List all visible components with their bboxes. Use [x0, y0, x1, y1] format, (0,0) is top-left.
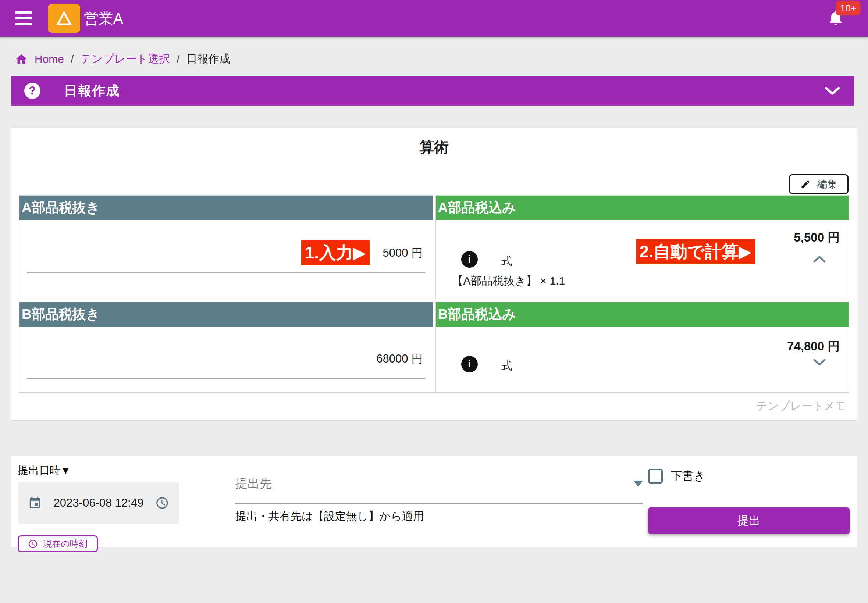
field-b-ex-tax-header: B部品税抜き	[20, 302, 433, 326]
calendar-icon	[28, 495, 42, 512]
page-header: ? 日報作成	[11, 76, 854, 105]
report-card: 算術 編集 A部品税抜き 1.入力▶ 5000 円	[11, 128, 857, 421]
formula-label: 式	[501, 359, 512, 374]
app-title: 営業A	[84, 8, 123, 29]
a-inc-tax-value: 5,500	[794, 230, 824, 244]
b-inc-tax-body: i 式 74,800 円	[436, 326, 849, 392]
formula-text: 【A部品税抜き】 × 1.1	[452, 274, 565, 289]
field-a-ex-tax: A部品税抜き 1.入力▶ 5000 円	[19, 195, 433, 299]
fields-grid: A部品税抜き 1.入力▶ 5000 円 A部品税込み i 式 2.自動で計算▶	[19, 195, 849, 393]
datetime-value: 2023-06-08 12:49	[54, 496, 144, 510]
help-icon[interactable]: ?	[24, 83, 40, 99]
pencil-icon	[800, 179, 811, 189]
breadcrumb-separator: /	[176, 53, 179, 65]
breadcrumb-template-select[interactable]: テンプレート選択	[80, 51, 170, 66]
field-a-inc-tax: A部品税込み i 式 2.自動で計算▶ 5,500 円 【A部品税抜き】 × 1…	[435, 195, 849, 299]
input-underline	[27, 272, 425, 273]
submit-button[interactable]: 提出	[648, 507, 849, 534]
b-ex-tax-input[interactable]: 68000 円	[20, 326, 433, 392]
datetime-column: 提出日時▼ 2023-06-08 12:49 現在の時刻	[18, 462, 186, 547]
submit-section: 提出日時▼ 2023-06-08 12:49 現在の時刻 提出先 提出・共有先は…	[11, 456, 857, 547]
clock-icon	[28, 539, 38, 549]
breadcrumb-current: 日報作成	[186, 51, 230, 66]
dropdown-arrow-icon	[633, 481, 643, 487]
b-inc-tax-unit: 円	[828, 338, 840, 355]
breadcrumb-home[interactable]: Home	[34, 53, 64, 65]
destination-select[interactable]: 提出先	[235, 476, 643, 491]
chevron-down-icon[interactable]	[812, 358, 826, 366]
datetime-label[interactable]: 提出日時▼	[18, 463, 186, 478]
formula-label: 式	[501, 254, 512, 269]
triangle-icon	[56, 11, 72, 26]
select-underline	[235, 503, 643, 504]
field-b-ex-tax: B部品税抜き 68000 円	[19, 302, 433, 392]
annotation-auto-calc: 2.自動で計算▶	[636, 240, 755, 264]
a-ex-tax-input[interactable]: 1.入力▶ 5000 円	[20, 220, 433, 299]
field-b-inc-tax-header: B部品税込み	[436, 302, 849, 326]
destination-column: 提出先 提出・共有先は【設定無し】から適用	[235, 462, 643, 547]
home-icon[interactable]	[15, 53, 28, 66]
field-a-inc-tax-header: A部品税込み	[436, 196, 849, 220]
edit-button[interactable]: 編集	[789, 174, 848, 194]
info-icon[interactable]: i	[461, 356, 478, 373]
field-b-inc-tax: B部品税込み i 式 74,800 円	[435, 302, 849, 392]
a-inc-tax-body: i 式 2.自動で計算▶ 5,500 円 【A部品税抜き】 × 1.1	[436, 220, 849, 299]
b-ex-tax-value[interactable]: 68000	[376, 352, 408, 365]
a-inc-tax-unit: 円	[828, 229, 840, 246]
current-time-button[interactable]: 現在の時刻	[18, 535, 98, 552]
app-logo[interactable]	[48, 4, 80, 33]
breadcrumb-separator: /	[71, 53, 74, 65]
submit-column: 下書き 提出	[648, 462, 849, 547]
breadcrumb: Home / テンプレート選択 / 日報作成	[15, 51, 868, 66]
b-ex-tax-unit: 円	[412, 351, 423, 366]
a-ex-tax-unit: 円	[412, 245, 423, 261]
collapse-chevron-icon[interactable]	[824, 86, 841, 96]
notification-badge: 10+	[836, 1, 861, 15]
menu-icon[interactable]	[15, 11, 32, 25]
info-icon[interactable]: i	[461, 251, 478, 267]
draft-checkbox-row[interactable]: 下書き	[648, 468, 849, 484]
b-inc-tax-value: 74,800	[787, 339, 824, 353]
a-ex-tax-value[interactable]: 5000	[383, 246, 408, 260]
page-title: 日報作成	[64, 82, 120, 100]
report-title: 算術	[19, 138, 849, 156]
template-memo-link[interactable]: テンプレートメモ	[756, 400, 846, 412]
current-time-button-label: 現在の時刻	[43, 538, 88, 550]
datetime-picker[interactable]: 2023-06-08 12:49	[18, 482, 179, 524]
destination-hint: 提出・共有先は【設定無し】から適用	[235, 509, 643, 524]
chevron-up-icon[interactable]	[812, 255, 826, 263]
destination-placeholder: 提出先	[235, 475, 272, 492]
app-bar: 営業A 10+	[0, 0, 868, 37]
notifications-button[interactable]: 10+	[827, 9, 845, 28]
draft-checkbox[interactable]	[648, 469, 663, 484]
edit-button-label: 編集	[817, 178, 837, 191]
input-underline	[27, 378, 425, 379]
clock-icon	[155, 495, 169, 512]
field-a-ex-tax-header: A部品税抜き	[20, 196, 433, 220]
draft-label: 下書き	[671, 468, 706, 484]
annotation-input-step: 1.入力▶	[301, 240, 370, 266]
